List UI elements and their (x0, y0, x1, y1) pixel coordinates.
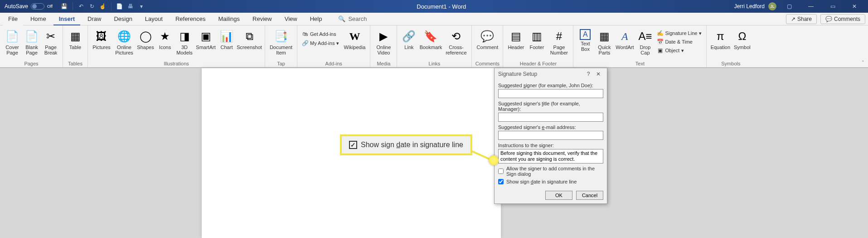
group-text: AText Box ▦Quick Parts AWordArt A≡Drop C… (573, 25, 707, 67)
suggested-email-input[interactable] (498, 131, 603, 140)
cross-reference-button[interactable]: ⟲Cross-reference (443, 27, 469, 60)
screenshot-icon: ⧉ (242, 29, 257, 44)
blank-page-button[interactable]: 📄 Blank Page (23, 27, 41, 60)
tab-references[interactable]: References (170, 13, 211, 25)
suggested-signer-input[interactable] (498, 89, 603, 98)
tab-help[interactable]: Help (305, 13, 328, 25)
wordart-button[interactable]: AWordArt (614, 27, 635, 60)
ribbon-tabs: File Home Insert Draw Design Layout Refe… (0, 13, 868, 25)
quick-parts-button[interactable]: ▦Quick Parts (595, 27, 613, 60)
user-name[interactable]: Jerri Ledford (734, 3, 765, 10)
touch-mode-icon[interactable]: ☝ (98, 2, 107, 11)
chevron-down-icon: ▾ (336, 40, 339, 46)
group-tables: ▦ Table Tables (63, 25, 88, 67)
signature-line-button[interactable]: ✍Signature Line▾ (655, 29, 703, 37)
comments-button[interactable]: 💬 Comments (820, 14, 865, 24)
document-item-button[interactable]: 📑Document Item (268, 27, 294, 60)
tab-view[interactable]: View (279, 13, 303, 25)
tab-home[interactable]: Home (25, 13, 52, 25)
tab-design[interactable]: Design (108, 13, 137, 25)
chart-icon: 📊 (219, 29, 234, 44)
table-button[interactable]: ▦ Table (66, 27, 85, 60)
symbol-button[interactable]: ΩSymbol (732, 27, 752, 60)
print-icon[interactable]: 🖶 (126, 2, 135, 11)
minimize-icon[interactable]: — (802, 0, 820, 13)
pictures-icon: 🖼 (94, 29, 109, 44)
screenshot-button[interactable]: ⧉Screenshot (237, 27, 262, 60)
page-break-icon: ✂ (44, 29, 58, 44)
redo-icon[interactable]: ↻ (87, 2, 97, 11)
cover-page-button[interactable]: 📄 Cover Page (3, 27, 22, 60)
bookmark-icon: 🔖 (423, 29, 438, 44)
dialog-close-icon[interactable]: ✕ (593, 71, 603, 77)
pictures-button[interactable]: 🖼Pictures (91, 27, 112, 60)
new-doc-icon[interactable]: 📄 (115, 2, 124, 11)
show-date-box[interactable] (498, 179, 504, 184)
link-button[interactable]: 🔗Link (400, 27, 418, 60)
share-button[interactable]: ↗ Share (786, 14, 817, 24)
user-avatar[interactable]: JL (768, 2, 776, 10)
tab-layout[interactable]: Layout (140, 13, 168, 25)
link-icon: 🔗 (402, 29, 416, 44)
close-icon[interactable]: ✕ (845, 0, 863, 13)
page-number-button[interactable]: #Page Number (548, 27, 570, 60)
collapse-ribbon-icon[interactable]: ˄ (862, 60, 864, 66)
object-icon: ▣ (657, 47, 663, 54)
group-tap: 📑Document Item Tap (265, 25, 297, 67)
quick-access-toolbar: 💾 ↶ ↻ ☝ 📄 🖶 ▾ (57, 2, 149, 11)
my-addins-button[interactable]: 🔗My Add-ins▾ (300, 39, 341, 47)
undo-icon[interactable]: ↶ (77, 2, 86, 11)
maximize-icon[interactable]: ▭ (824, 0, 842, 13)
3d-models-icon: ◨ (177, 29, 192, 44)
group-header-footer: ▤Header ▥Footer #Page Number Header & Fo… (503, 25, 573, 67)
header-button[interactable]: ▤Header (506, 27, 526, 60)
suggested-title-input[interactable] (498, 113, 603, 122)
callout-checkbox-icon: ✓ (349, 141, 357, 149)
icons-button[interactable]: ★Icons (156, 27, 174, 60)
smartart-icon: ▣ (199, 29, 213, 44)
wikipedia-button[interactable]: WWikipedia (342, 27, 367, 60)
online-video-icon: ▶ (376, 29, 391, 44)
smartart-button[interactable]: ▣SmartArt (195, 27, 217, 60)
online-video-button[interactable]: ▶Online Video (373, 27, 394, 60)
date-time-button[interactable]: 📅Date & Time (655, 38, 703, 46)
chart-button[interactable]: 📊Chart (218, 27, 236, 60)
equation-button[interactable]: πEquation (709, 27, 731, 60)
autosave-label: AutoSave (5, 3, 28, 10)
tab-review[interactable]: Review (247, 13, 277, 25)
page-break-button[interactable]: ✂ Page Break (42, 27, 60, 60)
cover-page-icon: 📄 (5, 29, 19, 44)
ok-button[interactable]: OK (545, 191, 572, 200)
qat-customize-icon[interactable]: ▾ (137, 2, 146, 11)
tab-file[interactable]: File (3, 13, 23, 25)
drop-cap-button[interactable]: A≡Drop Cap (636, 27, 654, 60)
tell-me-search[interactable]: 🔍 Search (338, 15, 367, 22)
footer-icon: ▥ (529, 29, 544, 44)
shapes-button[interactable]: ◯Shapes (136, 27, 155, 60)
suggested-signer-label: Suggested signer (for example, John Doe)… (498, 83, 603, 88)
autosave-switch[interactable] (31, 3, 44, 10)
ribbon-options-icon[interactable]: ▢ (780, 0, 798, 13)
allow-comments-checkbox[interactable]: Allow the signer to add comments in the … (498, 166, 603, 177)
instructions-textarea[interactable] (498, 149, 603, 164)
allow-comments-box[interactable] (498, 169, 504, 174)
tab-insert[interactable]: Insert (53, 13, 80, 25)
show-date-checkbox[interactable]: Show sign date in signature line (498, 179, 603, 184)
group-text-label: Text (576, 60, 703, 67)
object-button[interactable]: ▣Object▾ (655, 46, 703, 55)
get-addins-button[interactable]: 🛍Get Add-ins (300, 30, 341, 38)
3d-models-button[interactable]: ◨3D Models (175, 27, 194, 60)
group-pages-label: Pages (3, 60, 60, 67)
footer-button[interactable]: ▥Footer (527, 27, 547, 60)
cancel-button[interactable]: Cancel (576, 191, 603, 200)
tab-draw[interactable]: Draw (82, 13, 107, 25)
group-media: ▶Online Video Media (370, 25, 397, 67)
online-pictures-button[interactable]: 🌐Online Pictures (113, 27, 135, 60)
bookmark-button[interactable]: 🔖Bookmark (419, 27, 442, 60)
dialog-help-icon[interactable]: ? (583, 71, 593, 77)
comment-button[interactable]: 💬Comment (475, 27, 500, 60)
text-box-button[interactable]: AText Box (576, 27, 594, 60)
save-icon[interactable]: 💾 (60, 2, 69, 11)
tab-mailings[interactable]: Mailings (213, 13, 245, 25)
autosave-toggle[interactable]: AutoSave Off (0, 3, 57, 10)
